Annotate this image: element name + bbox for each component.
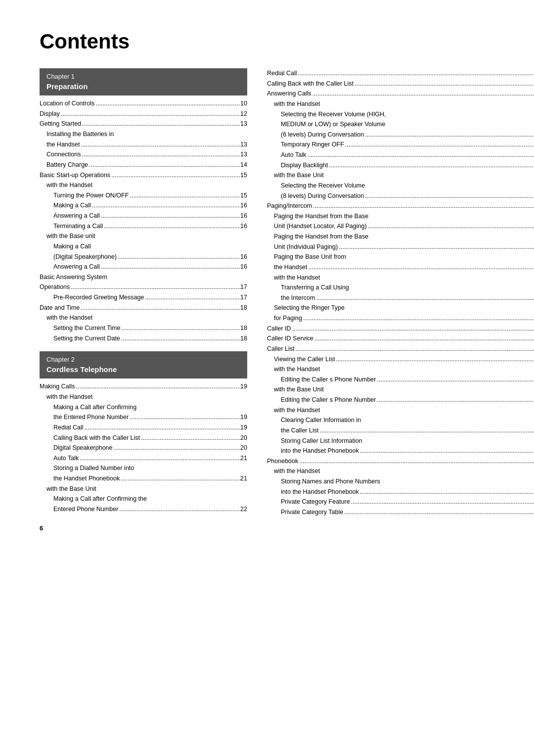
toc-page: 12 [240, 109, 247, 119]
toc-label: MEDIUM or LOW) or Speaker Volume [281, 119, 385, 130]
toc-entry: Private Category Table34 [267, 507, 534, 518]
toc-page: 16 [240, 211, 247, 221]
toc-dots [343, 507, 534, 518]
toc-entry: Making a Call after Confirming [40, 402, 247, 413]
toc-page: 13 [240, 140, 247, 150]
toc-label: into the Handset Phonebook [281, 446, 359, 456]
toc-dots [350, 497, 534, 507]
toc-page: 16 [240, 221, 247, 232]
toc-dots [91, 200, 240, 211]
toc-dots [354, 79, 534, 89]
toc-dots [312, 89, 534, 99]
toc-dots [120, 473, 240, 484]
toc-entry: Unit (Individual Paging)24 [267, 242, 534, 252]
toc-entry: Paging the Base Unit from [267, 252, 534, 262]
toc-entry: Storing Names and Phone Numbers [267, 476, 534, 487]
chapter1-header: Chapter 1 Preparation [40, 68, 247, 95]
toc-entry: the Handset Phonebook21 [40, 473, 247, 484]
toc-page: 16 [240, 262, 247, 272]
toc-entry: into the Handset Phonebook31 [267, 446, 534, 456]
toc-entry: Caller List27 [267, 344, 534, 354]
toc-label: Digital Speakerphone [53, 443, 113, 453]
toc-label: with the Base Unit [274, 384, 324, 395]
toc-page: 19 [240, 381, 247, 392]
toc-label: Answering Calls [267, 89, 312, 99]
toc-entry: for Paging25 [267, 313, 534, 324]
toc-dots [315, 293, 534, 303]
toc-label: Terminating a Call [53, 221, 103, 232]
toc-dots [313, 333, 534, 344]
toc-dots [120, 323, 240, 333]
toc-entry: Installing the Batteries in [40, 129, 247, 140]
toc-label: Making a Call after Confirming the [53, 494, 147, 504]
toc-entry: Making a Call [40, 241, 247, 252]
toc-entry: Display12 [40, 109, 247, 119]
toc-label: with the Base unit [46, 231, 95, 241]
toc-dots [312, 201, 534, 211]
toc-label: the Intercom [281, 293, 315, 303]
toc-entry: with the Base Unit [40, 484, 247, 494]
toc-page: 21 [240, 453, 247, 464]
toc-dots [80, 303, 240, 313]
toc-label: Redial Call [267, 68, 297, 79]
toc-dots [338, 242, 534, 252]
toc-label: Temporary Ringer OFF [281, 140, 344, 150]
toc-dots [129, 412, 240, 423]
toc-dots [306, 150, 534, 160]
toc-page: 20 [240, 443, 247, 453]
toc-dots [364, 191, 534, 201]
toc-dots [359, 446, 534, 456]
toc-dots [100, 211, 240, 221]
toc-label: Editing the Caller s Phone Number [281, 395, 376, 405]
toc-entry: Selecting the Receiver Volume [267, 181, 534, 191]
toc-entry: Setting the Current Date18 [40, 333, 247, 344]
toc-entry: Answering a Call16 [40, 262, 247, 272]
toc-label: Turning the Power ON/OFF [53, 190, 129, 201]
toc-entry: MEDIUM or LOW) or Speaker Volume [267, 119, 534, 130]
toc-label: with the Base Unit [274, 170, 324, 181]
toc-label: for Paging [274, 313, 302, 324]
toc-label: Display Backlight [281, 160, 328, 171]
toc-label: the Entered Phone Number [53, 412, 129, 423]
toc-entry: Storing a Dialled Number into [40, 463, 247, 473]
toc-dots [79, 453, 240, 464]
toc-label: the Handset Phonebook [53, 473, 120, 484]
toc-dots [118, 504, 240, 515]
toc-dots [376, 395, 534, 405]
toc-label: Private Category Table [281, 507, 343, 518]
toc-label: Answering a Call [53, 262, 100, 272]
toc-dots [297, 68, 534, 79]
toc-dots [80, 140, 240, 150]
toc-dots [100, 262, 240, 272]
toc-label: Viewing the Caller List [274, 354, 335, 365]
toc-dots [140, 433, 240, 443]
toc-entry: Entered Phone Number22 [40, 504, 247, 515]
toc-page: 17 [240, 292, 247, 303]
toc-label: Paging the Handset from the Base [274, 232, 368, 242]
toc-page: 18 [240, 323, 247, 333]
toc-entry: Pre-Recorded Greeting Message17 [40, 292, 247, 303]
toc-entry: Turning the Power ON/OFF15 [40, 190, 247, 201]
toc-label: Making a Call [53, 200, 91, 211]
toc-page: 10 [240, 98, 247, 109]
toc-entry: Phonebook32 [267, 456, 534, 467]
toc-entry: the Intercom25 [267, 293, 534, 303]
col-right-entries: Redial Call22Calling Back with the Calle… [267, 68, 534, 518]
toc-entry: Making a Call16 [40, 200, 247, 211]
toc-label: Operations [40, 282, 70, 292]
toc-label: Calling Back with the Caller List [53, 433, 140, 443]
toc-label: Setting the Current Date [53, 333, 120, 344]
toc-label: Making a Call after Confirming [53, 402, 136, 413]
page-number: 6 [40, 524, 247, 532]
toc-label: Editing the Caller s Phone Number [281, 375, 376, 385]
toc-label: Phonebook [267, 456, 298, 467]
toc-label: Selecting the Ringer Type [274, 303, 345, 313]
toc-label: Setting the Current Time [53, 323, 120, 333]
toc-entry: Location of Controls10 [40, 98, 247, 109]
toc-dots [117, 252, 240, 262]
toc-entry: Operations17 [40, 282, 247, 292]
toc-label: Selecting the Receiver Volume (HIGH, [281, 109, 386, 120]
toc-label: Entered Phone Number [53, 504, 118, 515]
toc-label: Connections [46, 149, 81, 160]
toc-label: with the Handset [46, 313, 92, 323]
